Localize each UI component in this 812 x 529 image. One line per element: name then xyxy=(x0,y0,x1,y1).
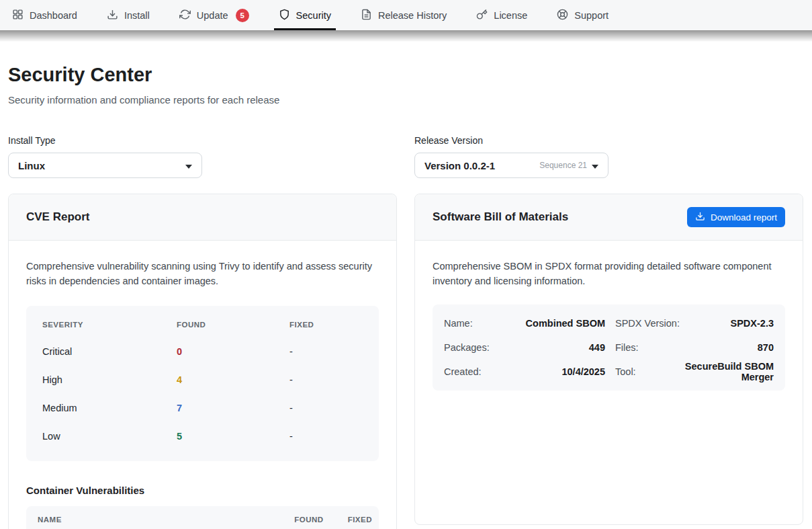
release-version-filter: Release Version Version 0.0.2-1 Sequence… xyxy=(414,135,608,178)
sbom-card-header: Software Bill of Materials Download repo… xyxy=(415,194,803,241)
info-label: Created: xyxy=(444,366,516,377)
cve-report-card: CVE Report Comprehensive vulnerability s… xyxy=(8,194,397,529)
container-vulnerabilities-section: Container Vulnerabilities Name Found Fix… xyxy=(26,485,379,529)
col-fixed: Fixed xyxy=(289,321,363,329)
nav-item-license[interactable]: License xyxy=(476,0,527,30)
severity-table-header: Severity Found Fixed xyxy=(42,321,363,329)
cve-card-header: CVE Report xyxy=(9,194,396,241)
download-report-button[interactable]: Download report xyxy=(687,207,785,227)
nav-label: License xyxy=(494,10,527,21)
nav-label: Install xyxy=(124,10,150,21)
filters-row: Install Type Linux Release Version Versi… xyxy=(8,135,804,178)
sbom-description: Comprehensive SBOM in SPDX format provid… xyxy=(433,259,785,288)
sbom-info-panel: Name: Combined SBOM SPDX Version: SPDX-2… xyxy=(433,304,785,391)
fixed-count: - xyxy=(289,403,363,413)
fixed-count: - xyxy=(289,346,363,357)
fixed-count: - xyxy=(289,431,363,442)
nav-label: Release History xyxy=(378,10,447,21)
nav-label: Security xyxy=(296,10,331,21)
nav-item-update[interactable]: Update 5 xyxy=(179,0,249,30)
table-row: Name: Combined SBOM SPDX Version: SPDX-2… xyxy=(444,311,774,335)
shield-icon xyxy=(279,9,290,22)
install-type-select[interactable]: Linux xyxy=(8,153,202,178)
col-found: Found xyxy=(177,321,289,329)
info-label: Files: xyxy=(605,342,680,353)
install-type-label: Install Type xyxy=(8,135,202,146)
cve-description: Comprehensive vulnerability scanning usi… xyxy=(26,259,379,288)
info-value: Combined SBOM xyxy=(516,318,605,329)
found-count: 7 xyxy=(177,403,289,413)
severity-name: High xyxy=(42,374,177,385)
release-version-label: Release Version xyxy=(414,135,608,146)
cve-card-title: CVE Report xyxy=(26,210,89,224)
release-version-select[interactable]: Version 0.0.2-1 Sequence 21 xyxy=(414,153,608,178)
top-navigation: Dashboard Install Update 5 Security Rele… xyxy=(0,0,812,30)
page-subtitle: Security information and compliance repo… xyxy=(8,94,804,106)
table-row: Created: 10/4/2025 Tool: SecureBuild SBO… xyxy=(444,360,774,384)
download-icon xyxy=(107,9,118,22)
info-value: SecureBuild SBOM Merger xyxy=(680,361,774,382)
main-content: Security Center Security information and… xyxy=(0,42,812,529)
info-label: Name: xyxy=(444,318,516,329)
container-vulnerabilities-title: Container Vulnerabilities xyxy=(26,485,379,496)
info-value: 870 xyxy=(680,342,774,353)
chevron-down-icon xyxy=(592,159,598,171)
update-count-badge: 5 xyxy=(236,9,249,22)
download-icon xyxy=(695,211,705,223)
nav-label: Dashboard xyxy=(30,10,77,21)
download-report-label: Download report xyxy=(711,212,777,222)
nav-label: Update xyxy=(197,10,228,21)
key-icon xyxy=(476,9,488,22)
col-found: Found xyxy=(294,516,323,524)
severity-name: Medium xyxy=(42,403,177,413)
sbom-card-title: Software Bill of Materials xyxy=(433,210,568,224)
life-buoy-icon xyxy=(557,9,568,22)
table-row: Low 5 - xyxy=(42,431,363,442)
col-name: Name xyxy=(38,516,62,524)
col-fixed: Fixed xyxy=(348,516,372,524)
sbom-card: Software Bill of Materials Download repo… xyxy=(414,194,803,525)
col-severity: Severity xyxy=(42,321,177,329)
info-label: Packages: xyxy=(444,342,516,353)
info-label: SPDX Version: xyxy=(605,318,680,329)
table-row: Packages: 449 Files: 870 xyxy=(444,335,774,360)
cve-card-body: Comprehensive vulnerability scanning usi… xyxy=(9,241,396,529)
install-type-value: Linux xyxy=(18,160,45,171)
page-title: Security Center xyxy=(8,64,804,86)
nav-label: Support xyxy=(574,10,608,21)
severity-name: Critical xyxy=(42,346,177,357)
sbom-card-body: Comprehensive SBOM in SPDX format provid… xyxy=(415,241,803,408)
table-row: Critical 0 - xyxy=(42,346,363,357)
install-type-filter: Install Type Linux xyxy=(8,135,202,178)
file-text-icon xyxy=(361,9,372,22)
found-count: 5 xyxy=(177,431,289,442)
grid-icon xyxy=(12,9,24,22)
found-count: 0 xyxy=(177,346,289,357)
nav-item-install[interactable]: Install xyxy=(107,0,150,30)
info-value: 10/4/2025 xyxy=(516,366,605,377)
severity-table: Severity Found Fixed Critical 0 - High 4… xyxy=(26,306,379,461)
info-value: 449 xyxy=(516,342,605,353)
report-cards: CVE Report Comprehensive vulnerability s… xyxy=(8,194,804,529)
info-value: SPDX-2.3 xyxy=(680,318,774,329)
release-version-value: Version 0.0.2-1 xyxy=(424,160,495,171)
nav-item-release-history[interactable]: Release History xyxy=(361,0,447,30)
found-count: 4 xyxy=(177,374,289,385)
chevron-down-icon xyxy=(185,159,192,171)
severity-name: Low xyxy=(42,431,177,442)
info-label: Tool: xyxy=(605,366,680,377)
table-row: Medium 7 - xyxy=(42,403,363,413)
header-shadow-divider xyxy=(0,30,812,42)
nav-item-security[interactable]: Security xyxy=(279,0,331,30)
sequence-hint: Sequence 21 xyxy=(539,161,587,170)
nav-item-dashboard[interactable]: Dashboard xyxy=(12,0,77,30)
fixed-count: - xyxy=(289,374,363,385)
nav-item-support[interactable]: Support xyxy=(557,0,608,30)
refresh-icon xyxy=(179,9,191,22)
table-row: High 4 - xyxy=(42,374,363,385)
container-table-header: Name Found Fixed xyxy=(26,506,379,529)
